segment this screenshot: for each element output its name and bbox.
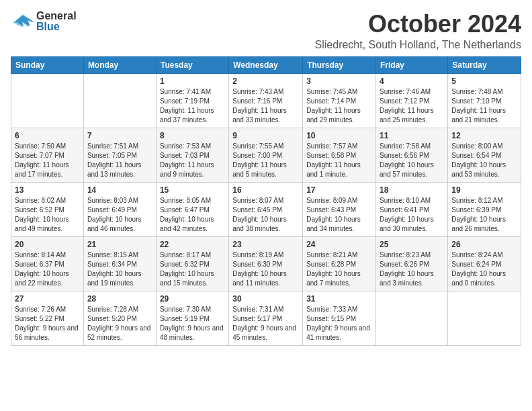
day-number: 28 bbox=[87, 294, 152, 304]
day-number: 12 bbox=[451, 131, 517, 140]
day-info: Sunrise: 8:24 AM Sunset: 6:24 PM Dayligh… bbox=[451, 250, 517, 288]
day-number: 24 bbox=[306, 240, 372, 249]
day-info: Sunrise: 7:50 AM Sunset: 7:07 PM Dayligh… bbox=[15, 142, 80, 179]
day-number: 11 bbox=[380, 131, 444, 140]
calendar-cell: 16Sunrise: 8:07 AM Sunset: 6:45 PM Dayli… bbox=[229, 182, 303, 236]
day-info: Sunrise: 8:02 AM Sunset: 6:52 PM Dayligh… bbox=[15, 196, 80, 234]
calendar-cell: 18Sunrise: 8:10 AM Sunset: 6:41 PM Dayli… bbox=[376, 182, 448, 236]
calendar-cell: 31Sunrise: 7:33 AM Sunset: 5:15 PM Dayli… bbox=[303, 291, 376, 345]
calendar-cell: 21Sunrise: 8:15 AM Sunset: 6:34 PM Dayli… bbox=[83, 236, 156, 291]
day-number: 14 bbox=[87, 185, 152, 195]
day-info: Sunrise: 7:28 AM Sunset: 5:20 PM Dayligh… bbox=[87, 305, 152, 342]
day-info: Sunrise: 8:05 AM Sunset: 6:47 PM Dayligh… bbox=[160, 196, 225, 234]
calendar-cell: 20Sunrise: 8:14 AM Sunset: 6:37 PM Dayli… bbox=[11, 236, 84, 291]
day-number: 22 bbox=[160, 240, 225, 249]
location-title: Sliedrecht, South Holland, The Netherlan… bbox=[315, 39, 521, 51]
calendar-cell: 5Sunrise: 7:48 AM Sunset: 7:10 PM Daylig… bbox=[448, 73, 521, 128]
calendar-cell: 30Sunrise: 7:31 AM Sunset: 5:17 PM Dayli… bbox=[229, 291, 303, 345]
day-number: 10 bbox=[306, 131, 372, 140]
day-info: Sunrise: 7:55 AM Sunset: 7:00 PM Dayligh… bbox=[232, 142, 299, 179]
day-number: 16 bbox=[232, 185, 299, 195]
day-number: 4 bbox=[380, 77, 444, 86]
day-info: Sunrise: 8:19 AM Sunset: 6:30 PM Dayligh… bbox=[232, 250, 299, 288]
day-number: 21 bbox=[87, 240, 152, 249]
day-number: 19 bbox=[451, 185, 517, 195]
day-info: Sunrise: 8:17 AM Sunset: 6:32 PM Dayligh… bbox=[160, 250, 225, 288]
calendar-cell bbox=[83, 73, 156, 128]
day-info: Sunrise: 7:43 AM Sunset: 7:16 PM Dayligh… bbox=[232, 87, 299, 125]
day-number: 9 bbox=[232, 131, 299, 140]
calendar-cell: 25Sunrise: 8:23 AM Sunset: 6:26 PM Dayli… bbox=[376, 236, 448, 291]
day-number: 26 bbox=[451, 240, 517, 249]
calendar-cell: 27Sunrise: 7:26 AM Sunset: 5:22 PM Dayli… bbox=[11, 291, 84, 345]
logo: General Blue bbox=[11, 11, 77, 32]
day-info: Sunrise: 8:00 AM Sunset: 6:54 PM Dayligh… bbox=[451, 142, 517, 179]
calendar-cell: 7Sunrise: 7:51 AM Sunset: 7:05 PM Daylig… bbox=[83, 128, 156, 182]
svg-marker-1 bbox=[13, 14, 35, 28]
month-title: October 2024 bbox=[315, 11, 521, 38]
day-number: 15 bbox=[160, 185, 225, 195]
day-number: 31 bbox=[306, 294, 372, 304]
day-header: Friday bbox=[376, 56, 448, 73]
calendar-week-row: 20Sunrise: 8:14 AM Sunset: 6:37 PM Dayli… bbox=[11, 236, 521, 291]
calendar-cell: 26Sunrise: 8:24 AM Sunset: 6:24 PM Dayli… bbox=[448, 236, 521, 291]
day-info: Sunrise: 7:48 AM Sunset: 7:10 PM Dayligh… bbox=[451, 87, 517, 125]
logo-general-text: General bbox=[36, 11, 77, 21]
day-info: Sunrise: 7:33 AM Sunset: 5:15 PM Dayligh… bbox=[306, 305, 372, 342]
day-number: 30 bbox=[232, 294, 299, 304]
calendar-cell: 12Sunrise: 8:00 AM Sunset: 6:54 PM Dayli… bbox=[448, 128, 521, 182]
day-info: Sunrise: 7:41 AM Sunset: 7:19 PM Dayligh… bbox=[160, 87, 225, 125]
calendar-cell: 11Sunrise: 7:58 AM Sunset: 6:56 PM Dayli… bbox=[376, 128, 448, 182]
day-info: Sunrise: 8:21 AM Sunset: 6:28 PM Dayligh… bbox=[306, 250, 372, 288]
day-info: Sunrise: 8:15 AM Sunset: 6:34 PM Dayligh… bbox=[87, 250, 152, 288]
calendar-week-row: 6Sunrise: 7:50 AM Sunset: 7:07 PM Daylig… bbox=[11, 128, 521, 182]
day-header: Sunday bbox=[11, 56, 84, 73]
calendar-header-row: SundayMondayTuesdayWednesdayThursdayFrid… bbox=[11, 56, 521, 73]
calendar-cell: 19Sunrise: 8:12 AM Sunset: 6:39 PM Dayli… bbox=[448, 182, 521, 236]
day-info: Sunrise: 7:53 AM Sunset: 7:03 PM Dayligh… bbox=[160, 142, 225, 179]
calendar-cell: 1Sunrise: 7:41 AM Sunset: 7:19 PM Daylig… bbox=[156, 73, 228, 128]
calendar-table: SundayMondayTuesdayWednesdayThursdayFrid… bbox=[11, 56, 521, 346]
day-info: Sunrise: 7:58 AM Sunset: 6:56 PM Dayligh… bbox=[380, 142, 444, 179]
day-header: Monday bbox=[83, 56, 156, 73]
day-number: 13 bbox=[15, 185, 80, 195]
day-info: Sunrise: 7:30 AM Sunset: 5:19 PM Dayligh… bbox=[160, 305, 225, 342]
page-header: General Blue October 2024 Sliedrecht, So… bbox=[11, 11, 521, 51]
title-block: October 2024 Sliedrecht, South Holland, … bbox=[315, 11, 521, 51]
day-info: Sunrise: 8:10 AM Sunset: 6:41 PM Dayligh… bbox=[380, 196, 444, 234]
day-number: 5 bbox=[451, 77, 517, 86]
calendar-week-row: 13Sunrise: 8:02 AM Sunset: 6:52 PM Dayli… bbox=[11, 182, 521, 236]
calendar-cell: 3Sunrise: 7:45 AM Sunset: 7:14 PM Daylig… bbox=[303, 73, 376, 128]
day-info: Sunrise: 7:57 AM Sunset: 6:58 PM Dayligh… bbox=[306, 142, 372, 179]
day-info: Sunrise: 8:03 AM Sunset: 6:49 PM Dayligh… bbox=[87, 196, 152, 234]
calendar-cell: 8Sunrise: 7:53 AM Sunset: 7:03 PM Daylig… bbox=[156, 128, 228, 182]
day-header: Thursday bbox=[303, 56, 376, 73]
calendar-week-row: 27Sunrise: 7:26 AM Sunset: 5:22 PM Dayli… bbox=[11, 291, 521, 345]
calendar-cell bbox=[11, 73, 84, 128]
calendar-cell: 9Sunrise: 7:55 AM Sunset: 7:00 PM Daylig… bbox=[229, 128, 303, 182]
day-header: Saturday bbox=[448, 56, 521, 73]
day-number: 20 bbox=[15, 240, 80, 249]
calendar-cell: 4Sunrise: 7:46 AM Sunset: 7:12 PM Daylig… bbox=[376, 73, 448, 128]
calendar-cell: 23Sunrise: 8:19 AM Sunset: 6:30 PM Dayli… bbox=[229, 236, 303, 291]
day-info: Sunrise: 7:46 AM Sunset: 7:12 PM Dayligh… bbox=[380, 87, 444, 125]
calendar-cell: 10Sunrise: 7:57 AM Sunset: 6:58 PM Dayli… bbox=[303, 128, 376, 182]
day-info: Sunrise: 8:07 AM Sunset: 6:45 PM Dayligh… bbox=[232, 196, 299, 234]
logo-icon bbox=[11, 13, 35, 30]
day-info: Sunrise: 7:26 AM Sunset: 5:22 PM Dayligh… bbox=[15, 305, 80, 342]
calendar-cell bbox=[448, 291, 521, 345]
day-number: 18 bbox=[380, 185, 444, 195]
day-number: 7 bbox=[87, 131, 152, 140]
day-info: Sunrise: 8:14 AM Sunset: 6:37 PM Dayligh… bbox=[15, 250, 80, 288]
calendar-cell: 24Sunrise: 8:21 AM Sunset: 6:28 PM Dayli… bbox=[303, 236, 376, 291]
calendar-week-row: 1Sunrise: 7:41 AM Sunset: 7:19 PM Daylig… bbox=[11, 73, 521, 128]
calendar-cell: 29Sunrise: 7:30 AM Sunset: 5:19 PM Dayli… bbox=[156, 291, 228, 345]
day-number: 6 bbox=[15, 131, 80, 140]
day-number: 25 bbox=[380, 240, 444, 249]
calendar-cell: 14Sunrise: 8:03 AM Sunset: 6:49 PM Dayli… bbox=[83, 182, 156, 236]
logo-blue-text: Blue bbox=[36, 21, 77, 32]
day-info: Sunrise: 8:09 AM Sunset: 6:43 PM Dayligh… bbox=[306, 196, 372, 234]
day-info: Sunrise: 7:45 AM Sunset: 7:14 PM Dayligh… bbox=[306, 87, 372, 125]
day-info: Sunrise: 8:12 AM Sunset: 6:39 PM Dayligh… bbox=[451, 196, 517, 234]
logo-name: General Blue bbox=[36, 11, 77, 32]
